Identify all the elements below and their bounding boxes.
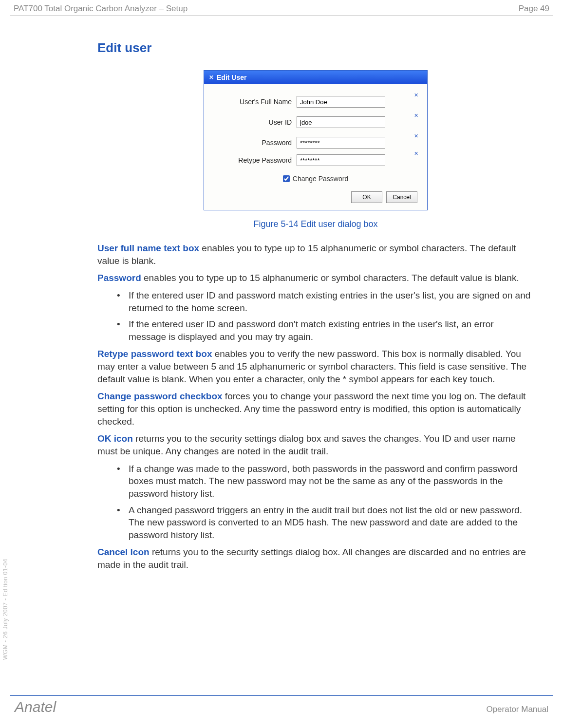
lead-ok: OK icon <box>97 433 133 444</box>
clear-icon: ✕ <box>414 112 418 119</box>
clear-icon: ✕ <box>414 92 418 98</box>
para-retype: Retype password text box enables you to … <box>97 348 534 385</box>
lead-password: Password <box>97 273 141 283</box>
list-item: A changed password triggers an entry in … <box>117 504 534 541</box>
page-footer: Anatel Operator Manual <box>15 699 548 715</box>
input-userid[interactable] <box>297 116 385 128</box>
footer-rule <box>10 695 553 696</box>
text-password: enables you to type up to 15 alphanumeri… <box>141 273 519 283</box>
dialog-title: Edit User <box>217 74 246 81</box>
clear-icon: ✕ <box>414 133 418 139</box>
footer-brand: Anatel <box>15 699 56 715</box>
para-password: Password enables you to type up to 15 al… <box>97 272 534 284</box>
lead-cancel: Cancel icon <box>97 547 150 557</box>
vertical-edition-note: WGM - 26 July 2007 - Edition 01-04 <box>2 559 9 660</box>
page-header: PAT700 Total Organic Carbon Analyzer – S… <box>0 0 563 16</box>
header-right: Page 49 <box>519 4 549 14</box>
edit-user-dialog: ✕ Edit User User's Full Name ✕ User ID ✕… <box>204 70 428 210</box>
dialog-body: User's Full Name ✕ User ID ✕ Password ✕ <box>204 84 427 210</box>
label-password: Password <box>214 139 297 147</box>
body-text: User full name text box enables you to t… <box>97 242 534 571</box>
bullets-password: If the entered user ID and password matc… <box>97 289 534 343</box>
row-retype: Retype Password ✕ <box>214 154 417 166</box>
lead-changepw: Change password checkbox <box>97 391 223 401</box>
input-password[interactable] <box>297 137 385 149</box>
input-retype[interactable] <box>297 154 385 166</box>
para-cancel: Cancel icon returns you to the security … <box>97 546 534 571</box>
label-changepw: Change Password <box>293 175 348 183</box>
list-item: If a change was made to the password, bo… <box>117 463 534 500</box>
text-cancel: returns you to the security settings dia… <box>97 547 526 570</box>
cancel-button[interactable]: Cancel <box>386 191 417 203</box>
section-title: Edit user <box>97 40 534 56</box>
text-ok: returns you to the security settings dia… <box>97 433 516 456</box>
row-changepw: Change Password <box>214 175 417 183</box>
para-ok: OK icon returns you to the security sett… <box>97 432 534 457</box>
para-fullname: User full name text box enables you to t… <box>97 242 534 267</box>
footer-doc-title: Operator Manual <box>486 705 548 714</box>
page-content: Edit user ✕ Edit User User's Full Name ✕… <box>0 16 563 571</box>
header-left: PAT700 Total Organic Carbon Analyzer – S… <box>14 4 188 14</box>
checkbox-changepw[interactable] <box>283 175 290 182</box>
label-retype: Retype Password <box>214 156 297 164</box>
dialog-titlebar: ✕ Edit User <box>204 71 427 84</box>
para-changepw: Change password checkbox forces you to c… <box>97 390 534 428</box>
clear-icon: ✕ <box>414 150 418 157</box>
lead-retype: Retype password text box <box>97 349 212 359</box>
input-fullname[interactable] <box>297 96 385 108</box>
label-fullname: User's Full Name <box>214 98 297 106</box>
figure-caption: Figure 5-14 Edit user dialog box <box>97 219 534 229</box>
row-userid: User ID ✕ <box>214 116 417 128</box>
lead-fullname: User full name text box <box>97 243 199 253</box>
row-fullname: User's Full Name ✕ <box>214 96 417 108</box>
ok-button[interactable]: OK <box>351 191 382 203</box>
list-item: If the entered user ID and password matc… <box>117 289 534 314</box>
dialog-icon: ✕ <box>209 74 214 81</box>
list-item: If the entered user ID and password don'… <box>117 318 534 343</box>
row-password: Password ✕ <box>214 137 417 149</box>
label-userid: User ID <box>214 118 297 126</box>
bullets-ok: If a change was made to the password, bo… <box>97 463 534 541</box>
dialog-buttons: OK Cancel <box>214 191 417 203</box>
